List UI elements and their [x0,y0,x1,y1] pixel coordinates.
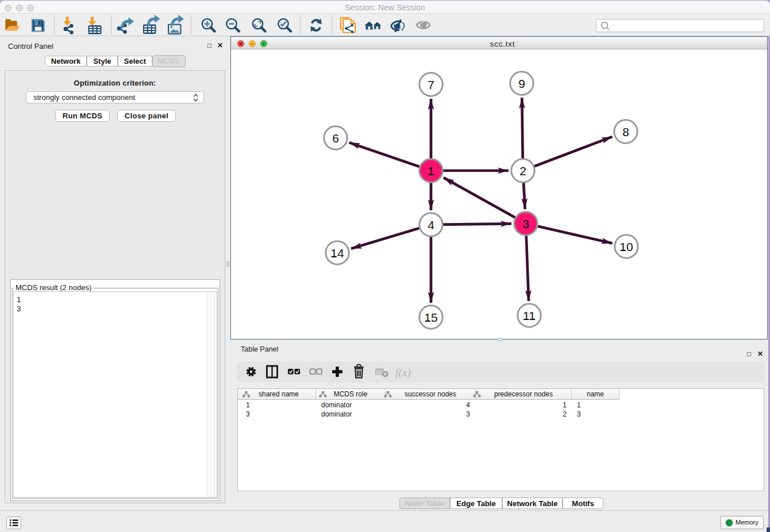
svg-text:4: 4 [428,218,434,232]
svg-text:6: 6 [332,132,339,145]
svg-text:14: 14 [330,246,344,260]
svg-text:9: 9 [518,77,525,90]
svg-text:1: 1 [428,164,434,178]
svg-text:f(x): f(x) [395,367,411,379]
svg-text:3: 3 [522,217,529,230]
svg-text:15: 15 [424,311,437,324]
svg-text:11: 11 [523,309,536,322]
svg-text:8: 8 [622,125,629,138]
svg-text:7: 7 [428,78,434,91]
svg-text:10: 10 [619,240,633,253]
svg-text:2: 2 [519,164,526,178]
